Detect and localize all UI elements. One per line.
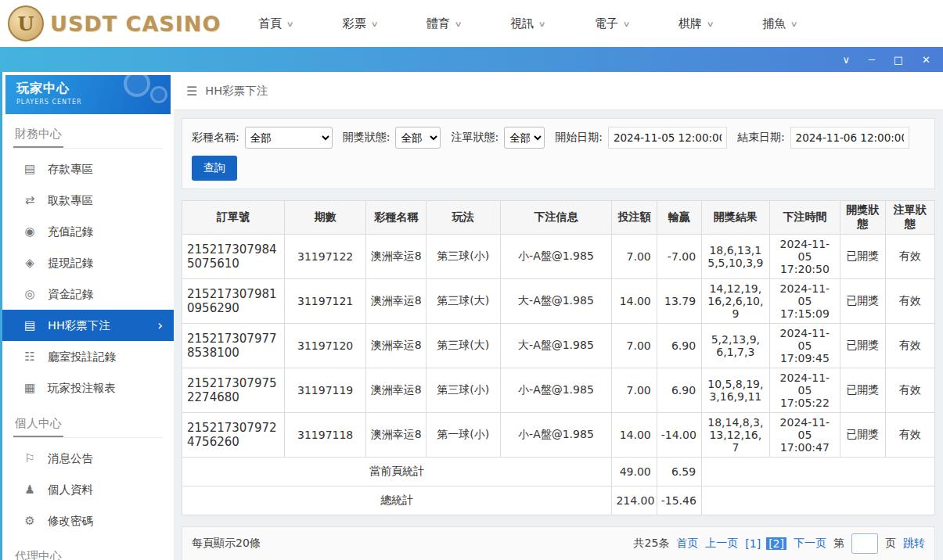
sidebar-item-1-0[interactable]: ⚐消息公告: [2, 443, 174, 474]
cell-draw-status: 已開獎: [840, 413, 885, 458]
sidebar-item-0-5[interactable]: ▤HH彩票下注›: [2, 310, 174, 341]
maximize-icon[interactable]: □: [894, 55, 903, 65]
col-header-win-loss: 輸贏: [657, 201, 701, 235]
chevron-down-icon: ∨: [790, 20, 798, 28]
sidebar-item-label: 資金記錄: [48, 287, 93, 302]
chevron-down-icon[interactable]: ∨: [842, 55, 850, 65]
bet-status-select[interactable]: 全部: [504, 127, 545, 149]
nav-item-6[interactable]: 捕魚∨: [762, 16, 797, 31]
cell-bet-amount: 7.00: [612, 324, 657, 368]
chevron-down-icon: ∨: [622, 20, 630, 28]
minimize-icon[interactable]: ─: [869, 55, 875, 65]
sidebar-subtitle: PLAYERS CENTER: [16, 99, 171, 106]
cell-draw-status: 已開獎: [840, 235, 885, 279]
nav-item-1[interactable]: 彩票∨: [343, 16, 377, 31]
start-date-input[interactable]: [608, 127, 727, 149]
nav-item-3[interactable]: 視訊∨: [510, 16, 545, 31]
cell-bet-info: 小-A盤@1.985: [500, 235, 612, 279]
bets-table-body: 215217307984507561031197122澳洲幸运8第三球(小)小-…: [182, 235, 935, 515]
sidebar-item-1-2[interactable]: ⚙修改密碼: [2, 505, 174, 537]
prev-page-link[interactable]: 上一页: [705, 537, 738, 551]
deposit-icon: ▤: [23, 162, 37, 176]
cell-draw-status: 已開獎: [840, 368, 885, 413]
cell-bet-status: 有效: [885, 413, 934, 458]
content: 彩種名稱: 全部 開獎狀態: 全部 注單狀態: 全部 開始日期:: [174, 110, 943, 560]
cell-bet-time: 2024-11-05 17:05:22: [769, 368, 840, 413]
nav-item-5[interactable]: 棋牌∨: [678, 16, 713, 31]
cell-lottery-name: 澳洲幸运8: [366, 279, 426, 324]
cell-bet-status: 有效: [885, 368, 934, 413]
cell-bet-status: 有效: [885, 279, 934, 324]
chevron-down-icon: ∨: [455, 20, 463, 28]
grand-summary-bet-total: 214.00: [612, 486, 657, 515]
sidebar-item-0-1[interactable]: ⇄取款專區: [2, 185, 174, 216]
cell-bet-info: 大-A盤@1.985: [500, 279, 612, 324]
cell-order-no: 2152173079752274680: [182, 368, 285, 413]
draw-status-select[interactable]: 全部: [395, 127, 441, 149]
per-page-text: 每頁顯示20條: [192, 537, 261, 551]
cell-bet-status: 有效: [885, 235, 934, 279]
casino-logo[interactable]: U USDT CASINO: [8, 5, 221, 41]
app-window: U USDT CASINO 首頁∨彩票∨體育∨視訊∨電子∨棋牌∨捕魚∨ ∨ ─ …: [0, 0, 943, 560]
page-jump-input[interactable]: [851, 533, 878, 554]
cell-draw-result: 18,14,8,3,13,12,16,7: [702, 413, 770, 458]
first-page-link[interactable]: 首页: [676, 537, 698, 551]
sidebar-item-0-4[interactable]: ◎資金記錄: [2, 278, 174, 310]
body-row: 玩家中心 PLAYERS CENTER 財務中心▤存款專區⇄取款專區◉充值記錄◈…: [0, 72, 943, 560]
pager-pages: [1][2]: [745, 537, 786, 550]
jump-prefix-text: 第: [833, 537, 844, 551]
cell-lottery-name: 澳洲幸运8: [366, 368, 426, 413]
col-header-draw-status: 開獎狀態: [840, 201, 885, 235]
cell-bet-amount: 14.00: [612, 413, 657, 458]
sidebar-item-label: 玩家投注報表: [48, 381, 116, 396]
cell-bet-amount: 7.00: [612, 368, 657, 413]
nav-item-2[interactable]: 體育∨: [427, 16, 461, 31]
search-button[interactable]: 查詢: [192, 156, 237, 181]
title-bar: ∨ ─ □ ✕: [0, 47, 943, 72]
sidebar-item-1-1[interactable]: ♟個人資料: [2, 474, 174, 505]
cell-win-loss: -14.00: [657, 413, 701, 458]
next-page-link[interactable]: 下一页: [794, 537, 826, 551]
logo-emblem-icon: U: [8, 5, 44, 41]
chevron-down-icon: ∨: [286, 20, 294, 28]
cell-play-type: 第一球(小): [426, 413, 500, 458]
table-row: 215217307975227468031197119澳洲幸运8第三球(小)小-…: [182, 368, 935, 413]
cell-play-type: 第三球(小): [426, 235, 500, 279]
pager-page-current[interactable]: [2]: [766, 537, 786, 550]
sidebar-item-label: 個人資料: [48, 483, 93, 497]
sidebar-item-0-6[interactable]: ☷廳室投註記錄: [2, 341, 174, 372]
nav-item-0[interactable]: 首頁∨: [258, 16, 293, 31]
sidebar-item-label: 提現記錄: [48, 256, 93, 271]
main-area: ☰ HH彩票下注 彩種名稱: 全部 開獎狀態: 全部 注單狀態: [174, 72, 943, 560]
close-icon[interactable]: ✕: [922, 55, 930, 65]
gear-icon: ⚙: [23, 514, 37, 528]
col-header-order-no: 訂單號: [182, 201, 285, 235]
sidebar-item-0-3[interactable]: ◈提現記錄: [2, 247, 174, 278]
sidebar-item-0-2[interactable]: ◉充值記錄: [2, 216, 174, 247]
withdraw-icon: ⇄: [23, 193, 37, 207]
filter-panel: 彩種名稱: 全部 開獎狀態: 全部 注單狀態: 全部 開始日期:: [182, 118, 935, 189]
end-date-input[interactable]: [790, 127, 909, 149]
sidebar-item-0-0[interactable]: ▤存款專區: [2, 153, 174, 185]
cell-bet-status: 有效: [885, 324, 934, 368]
cell-order-no: 2152173079778538100: [182, 324, 285, 368]
bet-status-label: 注單狀態:: [451, 131, 498, 145]
nav-item-label: 捕魚: [762, 16, 786, 31]
cell-play-type: 第三球(大): [426, 324, 500, 368]
sidebar-item-label: HH彩票下注: [48, 318, 110, 333]
cell-period: 31197118: [284, 413, 366, 458]
hamburger-icon[interactable]: ☰: [186, 84, 197, 99]
logo-text: USDT CASINO: [50, 12, 221, 36]
cell-period: 31197122: [284, 235, 366, 279]
cell-order-no: 2152173079810956290: [182, 279, 285, 324]
lottery-bet-icon: ▤: [23, 318, 37, 332]
sidebar-item-0-7[interactable]: ▦玩家投注報表: [2, 372, 174, 404]
cell-draw-result: 18,6,13,15,5,10,3,9: [702, 235, 770, 279]
pager-page-link[interactable]: [1]: [745, 537, 761, 550]
nav-item-4[interactable]: 電子∨: [595, 16, 629, 31]
sidebar-item-label: 修改密碼: [48, 514, 93, 529]
cashout-record-icon: ◈: [23, 256, 37, 270]
cell-lottery-name: 澳洲幸运8: [366, 324, 426, 368]
jump-link[interactable]: 跳转: [903, 537, 925, 551]
lottery-name-select[interactable]: 全部: [245, 127, 333, 149]
